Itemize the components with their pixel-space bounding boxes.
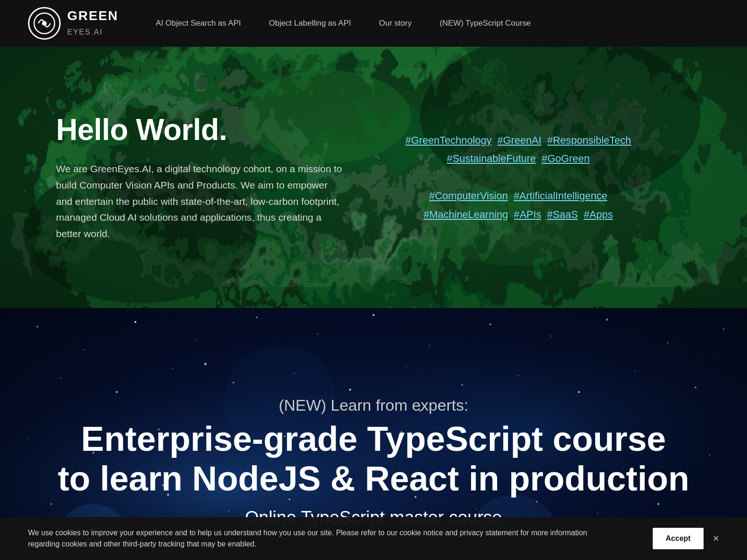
hero-content: Hello World. We are GreenEyes.AI, a digi… [0,84,747,270]
svg-point-18 [373,314,374,316]
svg-point-19 [429,345,430,346]
svg-point-25 [60,378,61,378]
hero-section: Hello World. We are GreenEyes.AI, a digi… [0,47,747,308]
hashtag-machine-learning[interactable]: #MachineLearning [423,209,508,220]
hero-title: Hello World. [56,112,345,147]
hashtag-group-1: #GreenTechnology #GreenAI #ResponsibleTe… [403,131,633,168]
nav-link-ai-search[interactable]: AI Object Search as API [156,19,241,28]
svg-point-34 [578,391,580,393]
logo-text: GREEN EYES.AI [67,9,119,38]
svg-point-12 [37,326,38,328]
hero-left-panel: Hello World. We are GreenEyes.AI, a digi… [56,112,345,242]
course-title-line1: Enterprise-grade TypeScript course [81,420,666,458]
hashtag-apis[interactable]: #APIs [514,209,542,220]
svg-point-48 [709,455,710,455]
logo-link[interactable]: GREEN EYES.AI [28,7,119,40]
svg-point-17 [317,333,318,334]
course-title: Enterprise-grade TypeScript course to le… [58,419,690,498]
hashtag-apps[interactable]: #Apps [584,209,613,220]
hashtag-green-ai[interactable]: #GreenAI [497,134,541,146]
svg-point-22 [606,319,608,321]
svg-point-37 [28,438,28,439]
course-subtitle: (NEW) Learn from experts: [58,396,690,414]
navbar: GREEN EYES.AI AI Object Search as API Ob… [0,0,747,47]
logo-ai: .AI [91,28,103,36]
cookie-banner: We use cookies to improve your experienc… [0,517,747,560]
course-content: (NEW) Learn from experts: Enterprise-gra… [58,396,690,528]
cookie-actions: Accept × [653,528,719,549]
hashtag-sustainable-future[interactable]: #SustainableFuture [447,153,536,164]
svg-point-20 [490,324,491,325]
logo-icon [28,7,61,40]
svg-point-49 [51,504,52,505]
svg-point-1 [42,21,47,26]
course-title-line2: to learn NodeJS & React in production [58,459,690,498]
svg-point-31 [406,366,407,367]
hero-description: We are GreenEyes.AI, a digital technolog… [56,161,345,242]
svg-point-23 [667,343,668,343]
nav-link-our-story[interactable]: Our story [379,19,412,28]
svg-point-21 [550,336,551,336]
svg-point-24 [723,329,725,330]
logo-green: GREEN [67,9,119,23]
nav-links: AI Object Search as API Object Labelling… [156,19,531,28]
hashtag-responsible-tech[interactable]: #ResponsibleTech [547,134,631,146]
close-cookie-button[interactable]: × [713,532,719,545]
cookie-text: We use cookies to improve your experienc… [28,527,588,550]
hashtag-computer-vision[interactable]: #ComputerVision [429,190,507,202]
svg-point-30 [349,389,351,391]
nav-link-object-labelling[interactable]: Object Labelling as API [269,19,351,28]
hashtag-go-green[interactable]: #GoGreen [542,153,590,164]
hashtag-group-2: #ComputerVision #ArtificialIntelligence … [422,187,615,224]
svg-point-35 [634,371,635,371]
svg-point-16 [256,317,258,318]
hero-right-panel: #GreenTechnology #GreenAI #ResponsibleTe… [345,131,691,224]
svg-point-32 [462,385,463,386]
svg-point-15 [196,340,197,341]
hashtag-saas[interactable]: #SaaS [547,209,578,220]
svg-point-27 [172,368,173,369]
svg-point-36 [695,387,697,388]
accept-button[interactable]: Accept [653,528,704,549]
svg-point-26 [116,391,118,393]
svg-point-74 [204,363,207,365]
svg-point-33 [518,375,519,376]
svg-point-14 [134,321,136,323]
logo-eyes: EYES.AI [67,23,119,38]
hashtag-green-technology[interactable]: #GreenTechnology [405,134,492,146]
nav-link-typescript-course[interactable]: (NEW) TypeScript Course [440,19,531,28]
hashtag-artificial-intelligence[interactable]: #ArtificialIntelligence [514,190,607,202]
svg-point-13 [84,350,85,350]
